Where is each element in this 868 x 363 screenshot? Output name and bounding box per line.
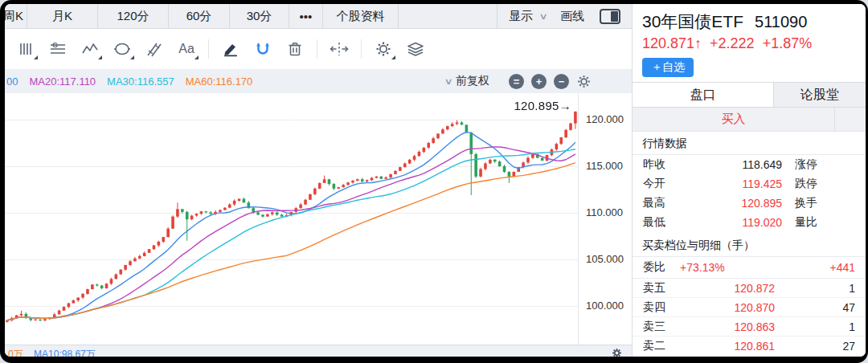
instrument-code: 511090: [755, 13, 807, 31]
quote-label2: 跌停: [788, 177, 862, 191]
tabbar-right-group: 显示 ∨ 画线: [497, 4, 632, 28]
ask-price[interactable]: 120.872: [688, 282, 786, 295]
quote-header: 30年国债ETF 511090 120.871↑ +2.222 +1.87% ＋…: [633, 4, 866, 82]
quote-value: 119.425: [690, 177, 782, 190]
volume-settings-gear-icon[interactable]: [612, 348, 622, 357]
tab-forum[interactable]: 论股堂: [774, 83, 866, 107]
tab-30min[interactable]: 30分: [230, 4, 289, 28]
measure-icon[interactable]: [325, 35, 354, 63]
chart-zoom-controls: = + −: [509, 74, 592, 89]
axis-label: 110.000: [586, 206, 623, 218]
axis-label: 100.000: [586, 300, 624, 312]
adjust-mode-dropdown[interactable]: ∨ 前复权: [445, 74, 489, 88]
toolbar-divider: [361, 39, 362, 59]
ellipse-icon[interactable]: [108, 35, 137, 63]
buy-tab[interactable]: 买入: [633, 108, 835, 131]
tab-more-intervals[interactable]: •••: [289, 4, 323, 28]
axis-label: 120.000: [586, 113, 624, 125]
side-panel-toggle-icon[interactable]: [600, 9, 620, 24]
text-tool-icon[interactable]: Aa: [172, 35, 201, 63]
ask-qty: 27: [786, 340, 855, 353]
layers-icon[interactable]: [401, 35, 430, 63]
ratio-extra: +441: [829, 261, 855, 274]
quote-label: 最高: [643, 196, 690, 210]
tab-120min[interactable]: 120分: [98, 4, 169, 28]
ask-price[interactable]: 120.870: [688, 301, 786, 314]
tab-order-book[interactable]: 盘口: [633, 83, 774, 107]
tabbar-spacer: [399, 4, 497, 28]
sell-tab-clipped[interactable]: [835, 108, 866, 131]
quote-label: 今开: [643, 177, 690, 191]
candlestick-chart[interactable]: 120.895→: [5, 93, 578, 345]
svg-text:G: G: [52, 41, 58, 49]
ask-price[interactable]: 120.861: [688, 340, 786, 353]
ask-qty: 1: [786, 320, 855, 333]
price-row: 120.871↑ +2.222 +1.87%: [642, 35, 856, 52]
magnet-icon[interactable]: [248, 35, 277, 63]
price-change: +2.222: [710, 35, 755, 52]
tab-month-k[interactable]: 月K: [27, 4, 98, 28]
ask-row-2: 卖二 120.861 27: [633, 336, 866, 356]
zoom-out-button[interactable]: −: [554, 74, 569, 89]
draw-line-button[interactable]: 画线: [560, 9, 584, 24]
quote-label2: 换手: [788, 196, 862, 210]
quote-value: 120.895: [690, 197, 782, 210]
gann-lines-icon[interactable]: G: [43, 35, 72, 63]
quote-value: 119.020: [690, 216, 782, 229]
vertical-bars-icon[interactable]: [11, 35, 40, 63]
volume-pane-header: 0万 MA10:98.67万: [5, 345, 632, 357]
quote-label: 昨收: [643, 157, 690, 172]
volume-ma5-label: 0万: [8, 349, 23, 357]
tab-week-k[interactable]: 周K: [5, 4, 27, 28]
quote-panel: 30年国债ETF 511090 120.871↑ +2.222 +1.87% ＋…: [633, 4, 866, 357]
drawing-toolbar: G Aa: [5, 29, 632, 69]
quote-data-section-header: 行情数据: [633, 132, 866, 155]
trash-icon[interactable]: [280, 35, 309, 63]
ask-label: 卖二: [643, 339, 688, 353]
ask-label: 卖三: [643, 320, 688, 334]
chevron-down-icon: ∨: [538, 11, 547, 22]
chart-zone: 120.895→ 120.000 115.000 110.000 105.000…: [5, 93, 632, 345]
tab-60min[interactable]: 60分: [169, 4, 230, 28]
trading-app: 周K 月K 120分 60分 30分 ••• 个股资料 显示 ∨ 画线: [5, 4, 866, 357]
ask-row-3: 卖三 120.863 1: [633, 317, 866, 336]
quote-row-prev-close: 昨收 118.649 涨停: [633, 155, 866, 174]
toolbar-divider: [208, 39, 209, 59]
last-price: 120.871↑: [642, 35, 702, 52]
volume-ma10-label: MA10:98.67万: [34, 349, 96, 357]
instrument-name: 30年国债ETF: [642, 10, 743, 33]
window-frame: 周K 月K 120分 60分 30分 ••• 个股资料 显示 ∨ 画线: [0, 0, 868, 363]
high-price-tag: 120.895→: [514, 99, 571, 112]
ma-legend-bar: 00 MA20:117.110 MA30:116.557 MA60:116.17…: [5, 69, 632, 93]
quote-row-open: 今开 119.425 跌停: [633, 174, 866, 194]
depth-section-header: 买卖档位与明细（手）: [633, 234, 866, 257]
pitchfork-icon[interactable]: [140, 35, 169, 63]
quote-value: 118.649: [690, 158, 782, 171]
quote-label2: 涨停: [788, 157, 862, 172]
price-change-pct: +1.87%: [763, 35, 813, 52]
ratio-value: +73.13%: [680, 261, 829, 274]
ask-row-4: 卖四 120.870 47: [633, 298, 866, 317]
ask-label: 卖四: [643, 300, 688, 315]
display-dropdown[interactable]: 显示: [509, 9, 533, 24]
quote-label: 最低: [643, 215, 690, 230]
settings-gear-icon[interactable]: [369, 35, 398, 63]
chart-settings-gear-icon[interactable]: [576, 74, 592, 89]
chart-column: 周K 月K 120分 60分 30分 ••• 个股资料 显示 ∨ 画线: [5, 4, 633, 357]
axis-label: 105.000: [586, 253, 624, 265]
ask-qty: 1: [786, 282, 855, 295]
interval-tabbar: 周K 月K 120分 60分 30分 ••• 个股资料 显示 ∨ 画线: [5, 4, 632, 29]
ask-qty: 47: [786, 301, 855, 314]
tab-stock-info[interactable]: 个股资料: [323, 4, 399, 28]
axis-label: 115.000: [586, 160, 623, 172]
fit-zoom-button[interactable]: =: [509, 74, 524, 89]
waveform-icon[interactable]: [76, 35, 104, 63]
ratio-label: 委比: [643, 260, 680, 275]
ask-label: 卖五: [643, 281, 688, 296]
zoom-in-button[interactable]: +: [531, 74, 547, 89]
ask-price[interactable]: 120.863: [688, 320, 786, 333]
quote-label2: 量比: [788, 215, 862, 230]
ma30-legend: MA30:116.557: [107, 75, 174, 88]
pencil-icon[interactable]: [216, 35, 245, 63]
add-watchlist-button[interactable]: ＋自选: [642, 58, 694, 77]
